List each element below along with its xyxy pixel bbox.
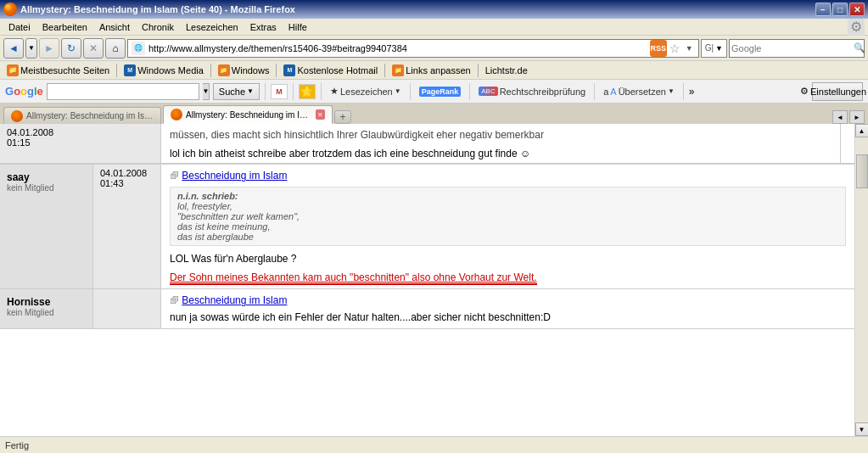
- hotmail-icon: M: [283, 64, 295, 76]
- bookmark-separator-5: [478, 64, 479, 77]
- address-dropdown-button[interactable]: ▼: [684, 42, 695, 54]
- scroll-up-button[interactable]: ▲: [855, 124, 869, 137]
- firefox-icon: [3, 3, 17, 16]
- bookmark-windows-media[interactable]: M Windows Media: [120, 63, 207, 78]
- tab-2-close[interactable]: ✕: [316, 109, 326, 120]
- translate-a-icon: a: [603, 87, 608, 97]
- pagerank-badge: PageRank: [419, 87, 462, 97]
- saay-post-cell: 🗊 Beschneidung im Islam n.i.n. schrieb: …: [161, 165, 854, 288]
- search-go-button[interactable]: 🔍: [850, 42, 868, 53]
- search-bar: 🔍: [729, 39, 865, 58]
- spellcheck-button[interactable]: ABC Rechtschreibprüfung: [475, 85, 589, 98]
- new-tab-button[interactable]: +: [334, 110, 351, 124]
- gear-icon[interactable]: ⚙: [848, 19, 865, 36]
- partial-date: 04.01.2008: [7, 127, 53, 137]
- bookmark-separator-4: [384, 64, 385, 77]
- tab-1-icon: [11, 110, 23, 122]
- saay-quote: n.i.n. schrieb: lol, freestyler, "beschn…: [170, 187, 846, 246]
- translate-a2-icon: A: [610, 87, 616, 97]
- google-search-dropdown[interactable]: ▼: [203, 83, 210, 100]
- tabs-scroll: ◄ ►: [832, 110, 865, 124]
- settings-button[interactable]: ⚙ Einstellungen ▼: [812, 82, 863, 101]
- scroll-thumb[interactable]: [856, 154, 868, 188]
- saay-date-cell: 04.01.2008 01:43: [93, 165, 161, 288]
- quote-line-4: das ist aberglaube: [177, 232, 838, 242]
- links-folder-icon: 📁: [392, 64, 404, 76]
- tab-2[interactable]: Allmystery: Beschneidung im Isla... ✕: [163, 105, 333, 124]
- post-saay: saay kein Mitglied 04.01.2008 01:43 🗊 Be…: [0, 165, 854, 289]
- bookmark-links[interactable]: 📁 Links anpassen: [389, 63, 473, 78]
- saay-highlighted-text: Der Sohn meines Bekannten kam auch "besc…: [170, 271, 537, 285]
- pagerank-button[interactable]: PageRank: [416, 85, 465, 98]
- bookmark-windows[interactable]: 📁 Windows: [215, 63, 273, 78]
- google-search-label: Suche: [219, 87, 245, 97]
- bookmark-star-toolbar-icon[interactable]: ⭐: [299, 84, 316, 99]
- address-input[interactable]: [148, 43, 650, 53]
- tabs-scroll-left[interactable]: ◄: [832, 110, 848, 124]
- hornisse-date-cell: [93, 289, 161, 328]
- menu-extras[interactable]: Extras: [245, 20, 282, 34]
- search-engine-dropdown[interactable]: ▼: [715, 44, 723, 53]
- more-button[interactable]: »: [689, 86, 695, 98]
- status-text: Fertig: [5, 440, 29, 450]
- toolbar-separator-2: [293, 83, 294, 100]
- menu-chronik[interactable]: Chronik: [137, 20, 179, 34]
- translate-button[interactable]: a A Übersetzen ▼: [600, 85, 678, 98]
- hornisse-body-1: nun ja sowas würde ich ein Fehler der Na…: [170, 311, 846, 323]
- toolbar-separator-7: [683, 83, 684, 100]
- google-search-button[interactable]: Suche ▼: [213, 83, 260, 100]
- lesezeichen-button[interactable]: Suche ★ Lesezeichen ▼: [327, 84, 405, 98]
- menu-bearbeiten[interactable]: Bearbeiten: [37, 20, 92, 34]
- home-button[interactable]: ⌂: [105, 38, 126, 59]
- saay-time: 01:43: [100, 178, 154, 188]
- toolbar-separator-5: [469, 83, 470, 100]
- gmail-icon[interactable]: M: [271, 84, 288, 99]
- bookmark-lichtstr[interactable]: Lichtstr.de: [482, 64, 531, 77]
- content-area: 04.01.2008 01:15 müssen, dies macht sich…: [0, 124, 854, 436]
- post-partial-body: lol ich bin atheist schreibe aber trotzd…: [170, 148, 846, 159]
- hornisse-title-link[interactable]: Beschneidung im Islam: [182, 294, 287, 306]
- toolbar-separator-4: [410, 83, 411, 100]
- reload-button[interactable]: ↻: [61, 38, 81, 59]
- browser-search-input[interactable]: [730, 43, 850, 53]
- saay-title-link[interactable]: Beschneidung im Islam: [182, 170, 287, 182]
- settings-label: Einstellungen: [810, 87, 866, 97]
- rss-icon[interactable]: RSS: [650, 40, 667, 57]
- bookmark-meistbesucht[interactable]: 📁 Meistbesuchte Seiten: [3, 63, 113, 78]
- menu-ansicht[interactable]: Ansicht: [94, 20, 135, 34]
- tabs-scroll-right[interactable]: ►: [849, 110, 865, 124]
- navbar: ◄ ▼ ► ↻ ✕ ⌂ 🌐 RSS ☆ ▼ G| ▼ 🔍: [0, 36, 868, 61]
- bookmark-separator-1: [116, 64, 117, 77]
- back-button[interactable]: ◄: [3, 38, 24, 59]
- back-dropdown-button[interactable]: ▼: [25, 38, 37, 59]
- google-logo: Google: [5, 85, 43, 98]
- google-search-input[interactable]: [47, 83, 199, 100]
- forward-button[interactable]: ►: [39, 38, 59, 59]
- quote-line-3: das ist keine meinung,: [177, 221, 838, 232]
- scroll-down-button[interactable]: ▼: [855, 422, 869, 436]
- minimize-button[interactable]: −: [815, 3, 831, 16]
- menu-lesezeichen[interactable]: Lesezeichen: [181, 20, 244, 34]
- maximize-button[interactable]: □: [832, 3, 848, 16]
- menu-hilfe[interactable]: Hilfe: [283, 20, 312, 34]
- bookmark-links-label: Links anpassen: [406, 65, 470, 76]
- partial-post-row: 04.01.2008 01:15 müssen, dies macht sich…: [0, 124, 854, 164]
- main-area: 04.01.2008 01:15 müssen, dies macht sich…: [0, 124, 868, 436]
- hornisse-post-title: 🗊 Beschneidung im Islam: [170, 294, 846, 306]
- toolbar-separator-6: [594, 83, 595, 100]
- menu-datei[interactable]: Datei: [3, 20, 36, 34]
- window-title: Allmystery: Beschneidung im Islam (Seite…: [20, 4, 295, 14]
- google-search-dropdown-arrow: ▼: [247, 87, 254, 95]
- google-toolbar: Google ▼ Suche ▼ M ⭐ Suche ★ Lesezeichen…: [0, 80, 868, 103]
- hornisse-username: Hornisse: [7, 296, 86, 308]
- tab-1[interactable]: Allmystery: Beschneidung im Islam (Seit.…: [3, 107, 161, 124]
- windows-folder-icon: 📁: [218, 64, 230, 76]
- scroll-track[interactable]: [856, 137, 868, 422]
- bookmark-star-icon[interactable]: ☆: [667, 40, 684, 57]
- close-button[interactable]: ✕: [849, 3, 865, 16]
- page-icon: 🌐: [132, 42, 145, 55]
- bookmark-hotmail[interactable]: M Kostenlose Hotmail: [280, 63, 381, 78]
- stop-button[interactable]: ✕: [83, 38, 104, 59]
- quote-line-1: lol, freestyler,: [177, 201, 838, 211]
- tabs-bar: Allmystery: Beschneidung im Islam (Seit.…: [0, 103, 868, 124]
